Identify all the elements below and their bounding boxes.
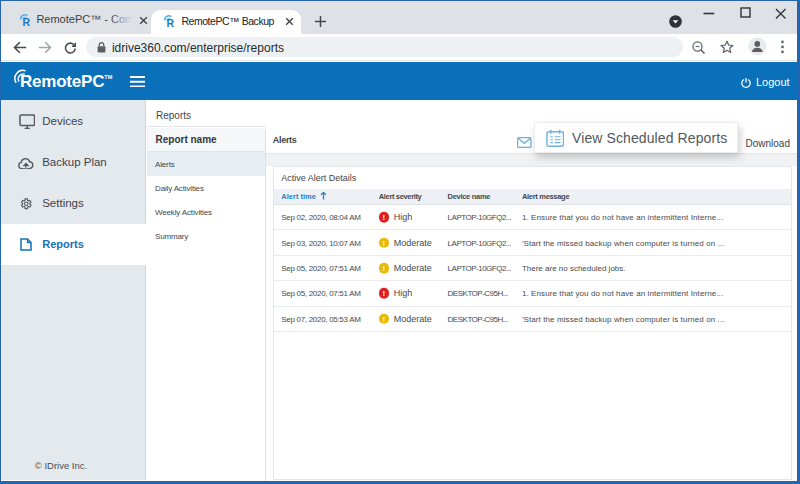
- svg-text:R: R: [167, 17, 175, 28]
- svg-text:R: R: [22, 16, 30, 27]
